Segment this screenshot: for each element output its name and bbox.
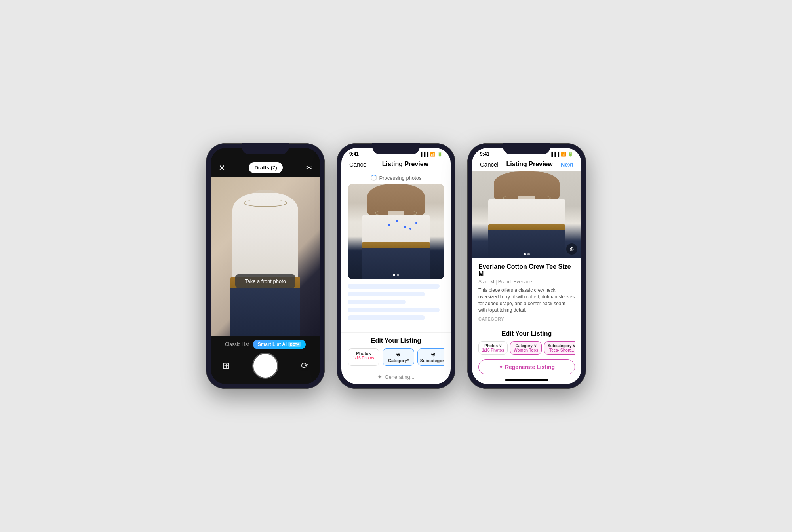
dot-inactive-3 [527, 253, 530, 255]
camera-overlay-icon[interactable]: ⊕ [566, 243, 577, 255]
time-2: 9:41 [349, 151, 359, 157]
phone-2: 9:41 ▐▐▐ 📶 🔋 Cancel Listing Preview [337, 143, 455, 389]
edit-tabs-3: Photos ∨ 1/16 Photos Category ∨ Women To… [478, 341, 575, 356]
nav-bar-2: Cancel Listing Preview [341, 158, 451, 171]
edit-title-2: Edit Your Listing [348, 337, 444, 344]
nav-title-2: Listing Preview [382, 161, 428, 168]
detection-dot-3 [404, 226, 406, 228]
listing-photo-3[interactable]: ⊕ [472, 171, 581, 258]
processing-spinner [371, 175, 377, 181]
photo-dots-3 [524, 253, 530, 255]
sparkle-icon: ✦ [377, 374, 382, 380]
figure-jeans [230, 288, 301, 336]
drafts-pill[interactable]: Drafts (7) [249, 162, 282, 173]
wifi-icon-2: 📶 [430, 152, 436, 157]
skeleton-2 [348, 292, 425, 296]
fashion-top-3 [488, 199, 565, 225]
notch-2 [372, 143, 420, 154]
battery-icon-3: 🔋 [568, 152, 573, 157]
home-bar-3 [505, 379, 548, 381]
smart-mode-button[interactable]: Smart List AI BETA [253, 340, 306, 349]
edit-tabs-2: Photos 1/16 Photos ⊕ Category* ⊕ Subcate… [348, 348, 444, 367]
photo-prompt: Take a front photo [235, 274, 295, 288]
skeleton-5 [348, 315, 425, 320]
cancel-button-2[interactable]: Cancel [349, 161, 368, 168]
fashion-top [362, 215, 430, 243]
phones-container: ✕ Drafts (7) ✂ Take a front [206, 143, 586, 389]
status-icons-3: ▐▐▐ 📶 🔋 [550, 152, 573, 157]
skeleton-4 [348, 308, 440, 312]
signal-icon-3: ▐▐▐ [550, 152, 559, 156]
cancel-button-3[interactable]: Cancel [480, 161, 499, 168]
skeleton-1 [348, 284, 440, 289]
close-icon[interactable]: ✕ [219, 163, 225, 173]
scan-line [348, 232, 444, 232]
edit-title-3: Edit Your Listing [478, 330, 575, 337]
wifi-icon-3: 📶 [561, 152, 566, 157]
listing-screen: 9:41 ▐▐▐ 📶 🔋 Cancel Listing Preview Next [472, 148, 581, 384]
generating-bar: ✦ Generating... [341, 370, 451, 384]
notch-1 [242, 143, 289, 154]
edit-section-3: Edit Your Listing Photos ∨ 1/16 Photos C… [472, 326, 581, 377]
processing-screen: 9:41 ▐▐▐ 📶 🔋 Cancel Listing Preview [341, 148, 451, 384]
dot-active-2 [393, 274, 395, 276]
generating-label: Generating... [385, 374, 414, 380]
edit-section-2: Edit Your Listing Photos 1/16 Photos ⊕ C… [341, 332, 451, 370]
subcategory-tab-2[interactable]: ⊕ Subcategory [417, 348, 444, 366]
photo-dots-2 [393, 274, 399, 276]
next-button-3[interactable]: Next [560, 161, 573, 168]
category-section-label: CATEGORY [478, 317, 575, 321]
phone-3: 9:41 ▐▐▐ 📶 🔋 Cancel Listing Preview Next [467, 143, 586, 389]
detection-dot-5 [415, 222, 417, 224]
regenerate-button[interactable]: ✦ Regenerate Listing [478, 359, 575, 374]
signal-icon-2: ▐▐▐ [419, 152, 428, 156]
listing-photo-2[interactable] [348, 184, 444, 279]
beta-badge: BETA [288, 342, 301, 347]
listing-meta: Size: M | Brand: Everlane [478, 279, 575, 285]
photos-tab-2[interactable]: Photos 1/16 Photos [348, 348, 379, 366]
status-icons-2: ▐▐▐ 📶 🔋 [419, 152, 443, 157]
listing-description: This piece offers a classic crew neck, o… [478, 287, 575, 314]
processing-banner: Processing photos [341, 171, 451, 184]
dot-active-3 [524, 253, 526, 255]
skeleton-area [341, 279, 451, 332]
gallery-icon[interactable]: ⊞ [223, 361, 230, 371]
phone-1: ✕ Drafts (7) ✂ Take a front [206, 143, 325, 389]
listing-details: Everlane Cotton Crew Tee Size M Size: M … [472, 258, 581, 326]
photos-tab-3[interactable]: Photos ∨ 1/16 Photos [478, 341, 508, 355]
classic-mode-label[interactable]: Classic List [225, 342, 249, 347]
shutter-button[interactable] [253, 354, 277, 378]
camera-bottom: Classic List Smart List AI BETA ⊞ ⟳ [211, 336, 320, 384]
notch-3 [503, 143, 550, 154]
battery-icon-2: 🔋 [437, 152, 443, 157]
category-tab-2[interactable]: ⊕ Category* [383, 348, 414, 366]
camera-photo-area: Take a front photo [211, 177, 320, 336]
camera-screen: ✕ Drafts (7) ✂ Take a front [211, 148, 320, 384]
nav-title-3: Listing Preview [506, 161, 552, 168]
scissors-icon[interactable]: ✂ [306, 163, 312, 172]
mode-toggle: Classic List Smart List AI BETA [225, 340, 306, 349]
processing-label: Processing photos [379, 175, 422, 181]
time-3: 9:41 [480, 151, 489, 157]
camera-controls: ⊞ ⟳ [219, 354, 312, 378]
category-tab-3[interactable]: Category ∨ Women Tops [510, 341, 542, 355]
dot-inactive-2 [397, 274, 399, 276]
skeleton-3 [348, 300, 406, 304]
listing-title: Everlane Cotton Crew Tee Size M [478, 263, 575, 277]
subcategory-tab-3[interactable]: Subcategory ∨ Tees- Short... [544, 341, 575, 355]
nav-bar-3: Cancel Listing Preview Next [472, 158, 581, 171]
flip-camera-icon[interactable]: ⟳ [301, 361, 308, 371]
